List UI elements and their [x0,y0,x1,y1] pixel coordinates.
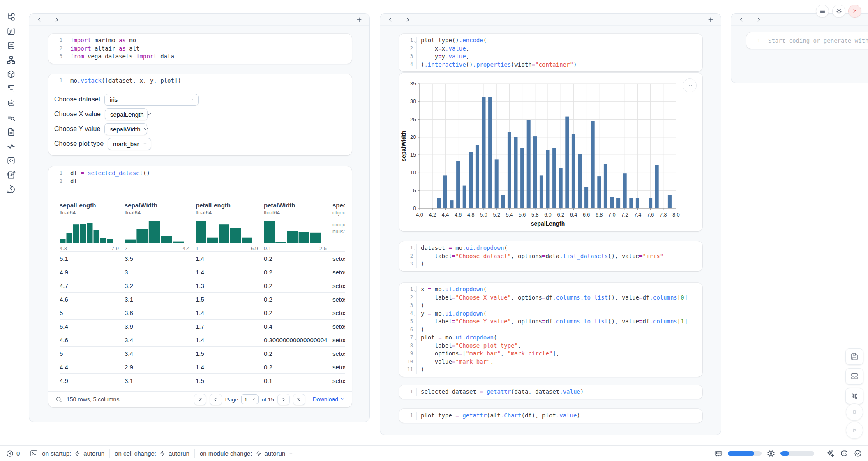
collapse-icon[interactable] [413,288,417,296]
dropdown-3[interactable]: mark_bar [108,138,151,150]
code-line[interactable]: 6) [399,326,702,334]
sidebar-item-code-square[interactable] [6,157,16,166]
connection-status-icon[interactable] [854,449,862,458]
ai-sparkles-icon[interactable] [826,449,835,458]
dropdown-0[interactable]: iris [104,94,199,106]
cell-dataset-dropdown[interactable]: 1dataset = mo.ui.dropdown(2 label="Choos… [399,241,702,271]
panel-forward-button[interactable] [53,16,60,23]
command-palette-button[interactable] [845,388,863,404]
sidebar-item-database[interactable] [6,41,16,51]
panel-forward-button[interactable] [755,16,762,23]
collapse-icon[interactable] [413,39,417,47]
column-header-sepalLength[interactable]: sepalLength float64 4.37.9 [60,201,125,251]
code-line[interactable]: 5 label="Choose Y value", options=df.col… [399,318,702,326]
collapse-icon[interactable] [413,246,417,254]
sidebar-item-scroll-text[interactable] [6,85,16,94]
cell-xy-plot-dropdowns[interactable]: 1x = mo.ui.dropdown(2 label="Choose X va… [399,283,702,377]
code-line[interactable]: 8 label="Choose plot type", [399,342,702,350]
sidebar-item-list-search[interactable] [6,113,16,122]
panel-forward-button[interactable] [404,16,411,23]
collapse-icon[interactable] [413,312,417,320]
code-line[interactable]: 3) [399,302,702,310]
sidebar-item-activity[interactable] [6,142,16,151]
stop-button[interactable] [846,403,863,421]
code-line[interactable]: 2df [48,177,352,186]
altair-bar-chart[interactable]: 4.04.24.44.64.85.05.25.45.65.86.06.26.46… [399,73,702,229]
column-header-petalLength[interactable]: petalLength float64 16.9 [196,201,264,251]
terminal-icon[interactable] [30,449,38,458]
code-line[interactable]: 3) [399,260,702,268]
layout-button[interactable] [845,368,863,385]
sidebar-item-bot-chat[interactable] [6,99,16,108]
generate-link[interactable]: generate [824,37,851,44]
zap-icon [159,450,166,457]
cell-plot-code[interactable]: 1plot_type().encode(2 x=x.value,3 y=y.va… [399,34,702,71]
copilot-icon[interactable] [840,449,849,458]
scratch-editor[interactable]: 1 Start coding or generate with AI [746,32,868,49]
code-line[interactable]: 2import altair as alt [48,45,352,53]
code-line[interactable]: 10 value="mark_bar", [399,358,702,366]
next-page-button[interactable] [277,394,290,405]
code-line[interactable]: 1plot_type().encode( [399,37,702,45]
column-header-sepalWidth[interactable]: sepalWidth float64 24.4 [125,201,196,251]
table-row: 5.43.91.70.4setosa [60,319,345,333]
chevron-down-icon [288,451,294,456]
on-cell-change-setting[interactable]: on cell change: autorun [115,450,189,457]
panel-back-button[interactable] [36,16,43,23]
code-line[interactable]: 2 x=x.value, [399,45,702,53]
sidebar-item-file-text[interactable] [6,128,16,137]
prev-page-button[interactable] [210,394,222,405]
dropdown-2[interactable]: sepalWidth [104,123,147,135]
code-line[interactable]: 3 y=y.value, [399,53,702,61]
cell-vstack-code[interactable]: 1mo.vstack([dataset, x, y, plot]) [48,74,352,88]
sidebar-item-function-square[interactable] [6,27,16,36]
panel-back-button[interactable] [738,16,745,23]
first-page-button[interactable] [194,394,206,405]
code-line[interactable]: 11) [399,366,702,374]
cell-selected-dataset[interactable]: 1selected_dataset = getattr(data, datase… [399,385,702,399]
code-line[interactable]: 1mo.vstack([dataset, x, y, plot]) [48,77,352,85]
sidebar-item-help-circle[interactable] [6,185,16,194]
settings-button[interactable] [832,5,845,18]
sidebar-item-dependency-graph[interactable] [6,56,16,65]
code-line[interactable]: 7plot = mo.ui.dropdown( [399,334,702,342]
panel-back-button[interactable] [387,16,394,23]
code-line[interactable]: 1import marimo as mo [48,37,352,45]
code-line[interactable]: 9 options=["mark_bar", "mark_circle"], [399,350,702,358]
page-select[interactable]: 1 [241,394,259,404]
search-icon[interactable] [55,396,62,403]
download-link[interactable]: Download [313,396,345,403]
last-page-button[interactable] [293,394,305,405]
cell-df-code[interactable]: 1df = selected_dataset()2df [48,166,352,188]
run-button[interactable] [846,422,863,439]
chart-menu-button[interactable] [683,78,697,92]
add-cell-button[interactable] [356,16,363,23]
code-line[interactable]: 3from vega_datasets import data [48,53,352,61]
code-line[interactable]: 1df = selected_dataset() [48,169,352,177]
column-header-petalWidth[interactable]: petalWidth float64 0.12.5 [264,201,332,251]
line-number: 1 [399,286,413,294]
code-line[interactable]: 1plot_type = getattr(alt.Chart(df), plot… [399,412,702,420]
code-line[interactable]: 2 label="Choose dataset", options=data.l… [399,252,702,260]
code-line[interactable]: 4).interactive().properties(width="conta… [399,61,702,69]
code-line[interactable]: 1x = mo.ui.dropdown( [399,286,702,294]
shutdown-button[interactable] [848,5,861,18]
add-cell-button[interactable] [707,16,714,23]
on-startup-setting[interactable]: on startup: autorun [42,450,104,457]
cell-imports[interactable]: 1import marimo as mo2import altair as al… [48,34,352,64]
column-header-species[interactable]: species objectunique:nulls: [332,201,345,251]
collapse-icon[interactable] [413,336,417,344]
save-button[interactable] [845,348,863,365]
sidebar-item-file-tree[interactable] [6,13,16,22]
errors-icon[interactable] [6,449,14,458]
sidebar-item-notebook-pen[interactable] [6,171,16,180]
sidebar-item-package[interactable] [6,70,16,79]
code-line[interactable]: 2 label="Choose X value", options=df.col… [399,294,702,302]
notebook-menu-button[interactable] [816,5,829,18]
code-line[interactable]: 1dataset = mo.ui.dropdown( [399,244,702,252]
code-line[interactable]: 4y = mo.ui.dropdown( [399,310,702,318]
on-module-change-setting[interactable]: on module change: autorun [200,450,294,457]
cell-plot-type[interactable]: 1plot_type = getattr(alt.Chart(df), plot… [399,409,702,423]
dropdown-1[interactable]: sepalLength [105,108,148,120]
code-line[interactable]: 1selected_dataset = getattr(data, datase… [399,388,702,396]
